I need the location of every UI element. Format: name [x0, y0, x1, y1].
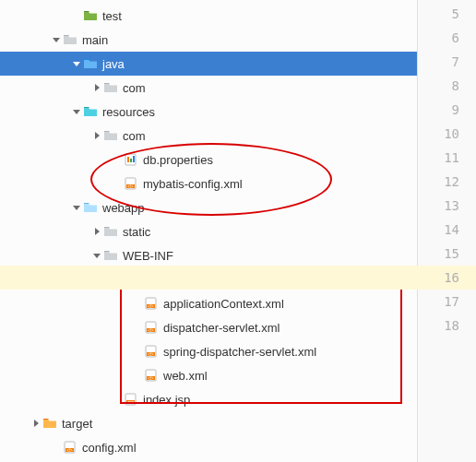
tree-item-label: test [102, 9, 122, 23]
tree-row[interactable]: static [0, 219, 417, 243]
tree-item-label: com [123, 129, 146, 143]
tree-row[interactable]: JSPindex.jsp [0, 387, 417, 411]
tree-row[interactable]: </>dispatcher-servlet.xml [0, 315, 417, 339]
line-number: 9 [418, 98, 459, 122]
svg-rect-1 [127, 157, 129, 162]
svg-text:JSP: JSP [127, 400, 135, 405]
chevron-right-icon[interactable] [30, 419, 42, 428]
svg-text:</>: </> [148, 352, 154, 357]
tree-row[interactable]: views [0, 267, 417, 291]
tree-row[interactable]: WEB-INF [0, 243, 417, 267]
tree-row[interactable]: test [0, 4, 417, 28]
tree-row[interactable]: com [0, 124, 417, 148]
chevron-right-icon[interactable] [90, 227, 103, 236]
folder-teal-icon [83, 104, 98, 119]
tree-item-label: com [123, 81, 146, 95]
file-xml-icon: </> [144, 368, 159, 383]
svg-text:</>: </> [127, 184, 134, 189]
chevron-right-icon[interactable] [90, 131, 103, 140]
tree-item-label: config.xml [82, 441, 137, 455]
line-number: 12 [418, 170, 459, 194]
svg-text:</>: </> [66, 448, 73, 453]
line-number: 6 [418, 26, 459, 50]
chevron-down-icon[interactable] [90, 251, 103, 260]
chevron-right-icon[interactable] [90, 83, 103, 92]
chevron-down-icon[interactable] [70, 59, 83, 68]
line-number: 13 [418, 194, 459, 218]
chevron-right-icon[interactable] [111, 275, 124, 284]
tree-row[interactable]: target [0, 411, 417, 435]
tree-item-label: main [82, 33, 108, 47]
line-number: 16 [418, 266, 459, 290]
svg-text:</>: </> [148, 328, 154, 333]
file-tree[interactable]: testmainjavacomresourcescomdb.properties… [0, 0, 417, 462]
file-xml-icon: </> [144, 320, 159, 335]
file-xml-icon: </> [144, 344, 159, 359]
line-number: 14 [418, 218, 459, 242]
folder-grey-icon [103, 248, 118, 263]
tree-item-label: static [123, 225, 150, 239]
folder-grey-icon [63, 32, 77, 47]
tree-item-label: mybatis-config.xml [143, 177, 243, 191]
tree-item-label: views [143, 273, 173, 287]
tree-item-label: db.properties [143, 153, 213, 167]
file-xml-icon: </> [124, 176, 138, 191]
line-number: 15 [418, 242, 459, 266]
line-number: 17 [418, 290, 459, 314]
file-xml-icon: </> [144, 296, 159, 311]
line-number: 18 [418, 314, 459, 338]
svg-text:</>: </> [148, 376, 154, 381]
folder-orange-icon [42, 416, 57, 431]
tree-row[interactable]: resources [0, 100, 417, 124]
folder-green-icon [83, 8, 98, 23]
svg-text:</>: </> [148, 304, 154, 309]
folder-blue-icon [83, 56, 98, 71]
chevron-down-icon[interactable] [50, 35, 63, 44]
chevron-down-icon[interactable] [70, 107, 83, 116]
folder-grey-icon [124, 272, 138, 287]
tree-item-label: index.jsp [143, 393, 190, 407]
line-number: 10 [418, 122, 459, 146]
svg-rect-2 [130, 159, 132, 162]
tree-item-label: resources [102, 105, 155, 119]
line-number: 5 [418, 2, 459, 26]
tree-item-label: target [62, 417, 92, 431]
line-number: 7 [418, 50, 459, 74]
tree-item-label: webapp [102, 201, 145, 215]
tree-row[interactable]: main [0, 28, 417, 52]
tree-row[interactable]: </>mybatis-config.xml [0, 172, 417, 195]
tree-row[interactable]: </>config.xml [0, 435, 417, 459]
file-jsp-icon: JSP [124, 392, 138, 407]
folder-web-icon [83, 200, 98, 215]
tree-row[interactable]: webapp [0, 195, 417, 219]
tree-item-label: java [102, 57, 125, 71]
tree-row[interactable]: com [0, 76, 417, 100]
tree-item-label: WEB-INF [123, 249, 173, 263]
tree-item-label: web.xml [163, 369, 208, 383]
tree-item-label: spring-dispatcher-servlet.xml [163, 345, 316, 359]
chevron-down-icon[interactable] [70, 203, 83, 212]
tree-item-label: applicationContext.xml [163, 297, 284, 311]
tree-row[interactable]: </>applicationContext.xml [0, 291, 417, 315]
tree-item-label: dispatcher-servlet.xml [163, 321, 280, 335]
tree-row[interactable]: </>web.xml [0, 363, 417, 387]
line-number: 8 [418, 74, 459, 98]
svg-rect-3 [133, 156, 135, 162]
tree-row[interactable]: db.properties [0, 148, 417, 172]
folder-grey-icon [103, 128, 118, 143]
line-number-gutter: 56789101112131415161718 [417, 0, 476, 462]
file-xml-icon: </> [63, 440, 77, 455]
file-props-icon [124, 152, 138, 167]
tree-row[interactable]: </>spring-dispatcher-servlet.xml [0, 339, 417, 363]
folder-grey-icon [103, 224, 118, 239]
tree-row[interactable]: java [0, 52, 417, 76]
line-number: 11 [418, 146, 459, 170]
folder-grey-icon [103, 80, 118, 95]
